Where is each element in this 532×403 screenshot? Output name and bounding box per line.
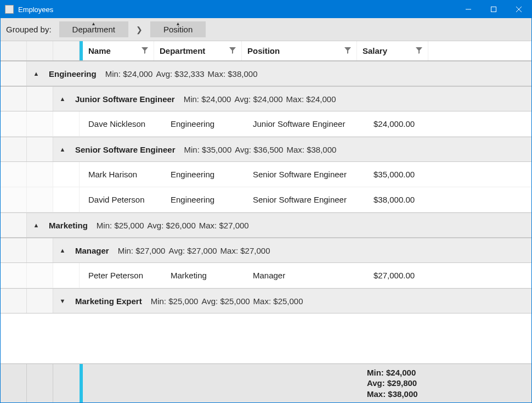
group-title: Manager: [72, 246, 112, 255]
group-title: Senior Software Engineer: [72, 145, 179, 154]
column-header-name[interactable]: Name: [83, 41, 154, 60]
grid-footer: Min: $24,000 Avg: $29,800 Max: $38,000: [1, 363, 531, 403]
cell-department[interactable]: Engineering: [165, 195, 247, 204]
cell-name[interactable]: David Peterson: [83, 195, 165, 204]
group-indent-header-2: [53, 41, 80, 60]
group-chip-department[interactable]: ▴ Department: [59, 21, 128, 37]
collapse-icon[interactable]: ▲: [53, 96, 72, 102]
grid-body[interactable]: ▲EngineeringMin: $24,000Avg: $32,333Max:…: [1, 61, 531, 363]
group-chip-position[interactable]: ▴ Position: [150, 21, 206, 37]
app-window: Employees Grouped by: ▴ Department ❯ ▴ P…: [0, 0, 532, 403]
cell-position[interactable]: Junior Software Engineer: [247, 119, 368, 128]
group-by-panel[interactable]: Grouped by: ▴ Department ❯ ▴ Position: [1, 18, 531, 41]
table-row[interactable]: David PetersonEngineeringSenior Software…: [1, 187, 531, 212]
cell-salary[interactable]: $38,000.00: [368, 195, 434, 204]
collapse-icon[interactable]: ▲: [27, 222, 46, 228]
group-summary: Min: $27,000Avg: $27,000Max: $27,000: [112, 246, 274, 255]
collapse-icon[interactable]: ▲: [53, 146, 72, 153]
cell-salary[interactable]: $27,000.00: [368, 271, 434, 280]
column-headers: Name Department Position Salary: [1, 41, 531, 61]
cell-name[interactable]: Dave Nickleson: [83, 119, 165, 128]
table-row[interactable]: Peter PetersonMarketingManager$27,000.00: [1, 263, 531, 288]
group-row-level2[interactable]: ▲Junior Software EngineerMin: $24,000Avg…: [1, 86, 531, 111]
titlebar[interactable]: Employees: [1, 1, 531, 18]
group-summary: Min: $24,000Avg: $24,000Max: $24,000: [178, 94, 339, 104]
group-row-level2[interactable]: ▲Senior Software EngineerMin: $35,000Avg…: [1, 137, 531, 162]
row-indicator-header: [1, 41, 27, 60]
filter-icon[interactable]: [416, 46, 422, 55]
group-row-level2[interactable]: ▲ManagerMin: $27,000Avg: $27,000Max: $27…: [1, 238, 531, 263]
svg-rect-1: [491, 7, 496, 12]
cell-salary[interactable]: $24,000.00: [368, 119, 434, 128]
group-row-level1[interactable]: ▲MarketingMin: $25,000Avg: $26,000Max: $…: [1, 212, 531, 238]
collapse-icon[interactable]: ▲: [27, 70, 46, 77]
cell-position[interactable]: Senior Software Engineer: [247, 195, 368, 204]
cell-department[interactable]: Engineering: [165, 170, 247, 179]
group-row-level2[interactable]: ▼Marketing ExpertMin: $25,000Avg: $25,00…: [1, 288, 531, 314]
group-title: Marketing Expert: [72, 296, 145, 306]
cell-department[interactable]: Marketing: [165, 271, 247, 280]
cell-name[interactable]: Peter Peterson: [83, 271, 165, 280]
maximize-button[interactable]: [481, 1, 506, 18]
filter-icon[interactable]: [229, 46, 236, 55]
group-summary: Min: $25,000Avg: $26,000Max: $27,000: [91, 221, 252, 230]
group-indent-header: [27, 41, 53, 60]
cell-position[interactable]: Senior Software Engineer: [247, 170, 368, 179]
group-row-level1[interactable]: ▲EngineeringMin: $24,000Avg: $32,333Max:…: [1, 61, 531, 86]
group-summary: Min: $25,000Avg: $25,000Max: $25,000: [145, 296, 307, 306]
app-icon: [5, 5, 14, 14]
group-by-label: Grouped by:: [6, 25, 52, 34]
table-row[interactable]: Mark HarisonEngineeringSenior Software E…: [1, 162, 531, 187]
expand-icon[interactable]: ▼: [53, 298, 72, 304]
filter-icon[interactable]: [142, 46, 148, 55]
close-button[interactable]: [506, 1, 531, 18]
table-row[interactable]: Dave NicklesonEngineeringJunior Software…: [1, 111, 531, 137]
filter-icon[interactable]: [344, 46, 351, 55]
collapse-icon[interactable]: ▲: [53, 247, 72, 254]
group-title: Junior Software Engineer: [72, 94, 178, 104]
cell-salary[interactable]: $35,000.00: [368, 170, 434, 179]
cell-name[interactable]: Mark Harison: [83, 170, 165, 179]
data-grid: Name Department Position Salary ▲Enginee…: [1, 41, 531, 402]
column-header-salary[interactable]: Salary: [357, 41, 428, 60]
column-header-position[interactable]: Position: [242, 41, 357, 60]
cell-position[interactable]: Manager: [247, 271, 368, 280]
column-header-department[interactable]: Department: [154, 41, 242, 60]
group-title: Engineering: [46, 69, 100, 79]
group-summary: Min: $24,000Avg: $32,333Max: $38,000: [100, 69, 261, 79]
group-summary: Min: $35,000Avg: $36,500Max: $38,000: [179, 145, 340, 154]
chevron-right-icon: ❯: [136, 25, 143, 34]
sort-asc-icon: ▴: [92, 20, 95, 26]
cell-department[interactable]: Engineering: [165, 119, 247, 128]
group-title: Marketing: [46, 221, 91, 230]
minimize-button[interactable]: [456, 1, 481, 18]
sort-asc-icon: ▴: [177, 20, 179, 26]
footer-summary: Min: $24,000 Avg: $29,800 Max: $38,000: [367, 364, 531, 403]
window-title: Employees: [18, 5, 53, 14]
